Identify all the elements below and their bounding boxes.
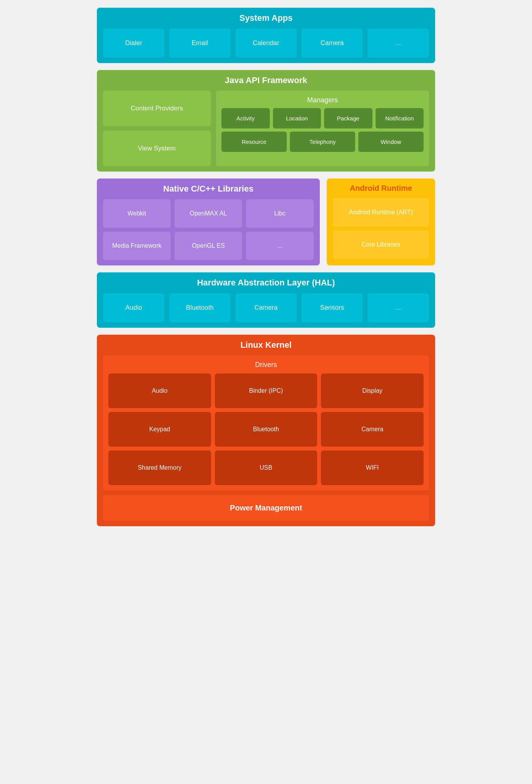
app-more: ... xyxy=(367,28,429,58)
managers-grid: Activity Location Package Notification R… xyxy=(221,108,424,152)
libs-row-2: Media Framework OpenGL ES ... xyxy=(103,232,314,260)
content-providers-box: Content Providers xyxy=(103,91,211,126)
power-management-box: Power Management xyxy=(103,495,429,521)
manager-notification: Notification xyxy=(376,108,424,128)
android-runtime-layer: Android Runtime Android Runtime (ART) Co… xyxy=(327,178,435,265)
app-calendar: Calendar xyxy=(235,28,297,58)
hal-title: Hardware Abstraction Layer (HAL) xyxy=(103,278,429,288)
driver-shared-memory: Shared Memory xyxy=(108,450,211,485)
drivers-title: Drivers xyxy=(108,361,424,369)
drivers-section: Drivers Audio Binder (IPC) Display Keypa… xyxy=(103,355,429,490)
hal-more: ... xyxy=(367,293,429,322)
app-email: Email xyxy=(169,28,231,58)
runtime-items: Android Runtime (ART) Core Libraries xyxy=(333,198,429,259)
driver-display: Display xyxy=(321,374,424,408)
driver-audio: Audio xyxy=(108,374,211,408)
lib-webkit: Webkit xyxy=(103,199,171,228)
native-libs-title: Native C/C++ Libraries xyxy=(103,184,314,194)
drivers-row-3: Shared Memory USB WIFI xyxy=(108,450,424,485)
driver-keypad: Keypad xyxy=(108,412,211,447)
managers-row-1: Activity Location Package Notification xyxy=(221,108,424,128)
drivers-row-2: Keypad Bluetooth Camera xyxy=(108,412,424,447)
manager-location: Location xyxy=(273,108,321,128)
hal-items: Audio Bluetooth Camera Sensors ... xyxy=(103,293,429,322)
driver-usb: USB xyxy=(215,450,318,485)
runtime-core-libs: Core Libraries xyxy=(333,230,429,259)
linux-kernel-title: Linux Kernel xyxy=(103,340,429,350)
lib-libc: Libc xyxy=(246,199,314,228)
java-left-col: Content Providers View System xyxy=(103,91,211,166)
managers-row-2: Resource Telephony Window xyxy=(221,132,424,152)
libs-row-1: Webkit OpenMAX AL Libc xyxy=(103,199,314,228)
driver-wifi: WIFI xyxy=(321,450,424,485)
driver-binder: Binder (IPC) xyxy=(215,374,318,408)
android-runtime-title: Android Runtime xyxy=(333,184,429,193)
linux-kernel-layer: Linux Kernel Drivers Audio Binder (IPC) … xyxy=(97,335,435,526)
hal-sensors: Sensors xyxy=(301,293,363,322)
hal-audio: Audio xyxy=(103,293,165,322)
hal-camera: Camera xyxy=(235,293,297,322)
lib-media-framework: Media Framework xyxy=(103,232,171,260)
manager-resource: Resource xyxy=(221,132,287,152)
hal-layer: Hardware Abstraction Layer (HAL) Audio B… xyxy=(97,272,435,328)
manager-activity: Activity xyxy=(221,108,270,128)
runtime-art: Android Runtime (ART) xyxy=(333,198,429,227)
view-system-box: View System xyxy=(103,131,211,166)
manager-package: Package xyxy=(324,108,372,128)
java-api-title: Java API Framework xyxy=(103,75,429,85)
drivers-grid: Audio Binder (IPC) Display Keypad Blueto… xyxy=(108,374,424,485)
lib-openmax: OpenMAX AL xyxy=(175,199,242,228)
driver-camera: Camera xyxy=(321,412,424,447)
libs-grid: Webkit OpenMAX AL Libc Media Framework O… xyxy=(103,199,314,260)
managers-title: Managers xyxy=(221,96,424,104)
app-camera: Camera xyxy=(301,28,363,58)
lib-opengl: OpenGL ES xyxy=(175,232,242,260)
java-inner: Content Providers View System Managers A… xyxy=(103,91,429,166)
java-api-layer: Java API Framework Content Providers Vie… xyxy=(97,70,435,172)
drivers-row-1: Audio Binder (IPC) Display xyxy=(108,374,424,408)
manager-telephony: Telephony xyxy=(290,132,355,152)
native-libs-layer: Native C/C++ Libraries Webkit OpenMAX AL… xyxy=(97,178,320,265)
native-runtime-row: Native C/C++ Libraries Webkit OpenMAX AL… xyxy=(97,178,435,265)
apps-row: Dialer Email Calendar Camera ... xyxy=(103,28,429,58)
system-apps-title: System Apps xyxy=(103,13,429,23)
app-dialer: Dialer xyxy=(103,28,165,58)
lib-more: ... xyxy=(246,232,314,260)
hal-bluetooth: Bluetooth xyxy=(169,293,231,322)
managers-panel: Managers Activity Location Package Notif… xyxy=(216,91,429,166)
manager-window: Window xyxy=(358,132,424,152)
driver-bluetooth: Bluetooth xyxy=(215,412,318,447)
system-apps-layer: System Apps Dialer Email Calendar Camera… xyxy=(97,8,435,63)
